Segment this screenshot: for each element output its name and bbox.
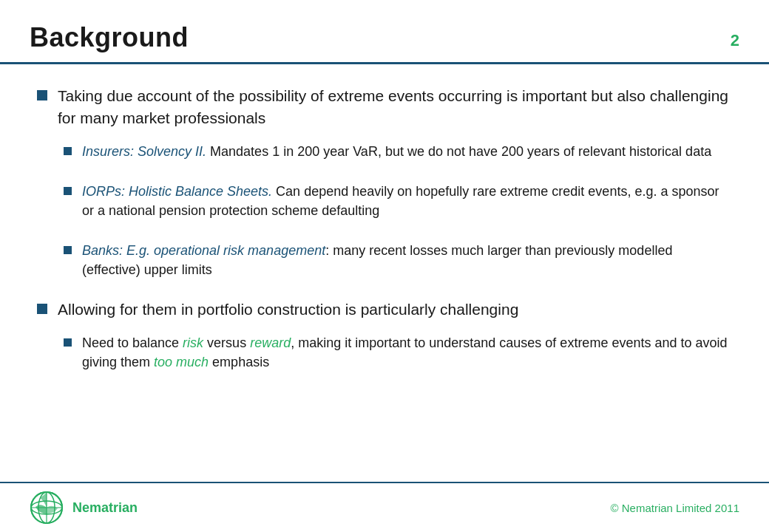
- sub-bullet-icon-4: [64, 338, 72, 347]
- sub-bullets-group-1: Insurers: Solvency II. Mandates 1 in 200…: [64, 142, 732, 291]
- nematrian-logo-icon: [30, 491, 64, 525]
- bullet-icon-1: [37, 90, 47, 100]
- slide: Background 2 Taking due account of the p…: [0, 0, 769, 532]
- bullet-text-1: Taking due account of the possibility of…: [58, 85, 732, 130]
- bullet-text-2: Allowing for them in portfolio construct…: [58, 299, 518, 321]
- bullet-icon-2: [37, 304, 47, 314]
- sub-bullet-text-2: IORPs: Holistic Balance Sheets. Can depe…: [82, 182, 732, 220]
- slide-content: Taking due account of the possibility of…: [0, 64, 769, 482]
- footer-brand-name: Nematrian: [72, 500, 138, 516]
- slide-title: Background: [30, 22, 189, 53]
- italic-too-much: too much: [154, 355, 209, 369]
- italic-insurers: Insurers: Solvency II.: [82, 144, 206, 159]
- sub-bullet-icon-1: [64, 147, 72, 155]
- sub-bullet-text-3: Banks: E.g. operational risk management:…: [82, 241, 732, 279]
- sub-bullet-icon-2: [64, 187, 72, 195]
- italic-iorps: IORPs: Holistic Balance Sheets.: [82, 184, 272, 199]
- slide-header: Background 2: [0, 0, 769, 64]
- sub-bullet-text-1: Insurers: Solvency II. Mandates 1 in 200…: [82, 142, 711, 161]
- sub-bullet-item-1: Insurers: Solvency II. Mandates 1 in 200…: [64, 142, 732, 161]
- sub-bullet-item-4: Need to balance risk versus reward, maki…: [64, 333, 732, 372]
- footer-logo-area: Nematrian: [30, 491, 138, 525]
- page-number: 2: [731, 31, 739, 53]
- sub-bullet-item-2: IORPs: Holistic Balance Sheets. Can depe…: [64, 182, 732, 220]
- italic-risk: risk: [183, 335, 203, 350]
- italic-banks: Banks: E.g. operational risk management: [82, 243, 325, 258]
- sub-bullet-icon-3: [64, 246, 72, 254]
- sub-bullets-group-2: Need to balance risk versus reward, maki…: [64, 333, 732, 383]
- bullet-item-1: Taking due account of the possibility of…: [37, 85, 732, 130]
- slide-footer: Nematrian © Nematrian Limited 2011: [0, 482, 769, 532]
- sub-bullet-item-3: Banks: E.g. operational risk management:…: [64, 241, 732, 279]
- footer-copyright-text: © Nematrian Limited 2011: [611, 502, 739, 514]
- italic-reward: reward: [250, 335, 291, 350]
- bullet-item-2: Allowing for them in portfolio construct…: [37, 299, 732, 321]
- sub-bullet-text-4: Need to balance risk versus reward, maki…: [82, 333, 732, 372]
